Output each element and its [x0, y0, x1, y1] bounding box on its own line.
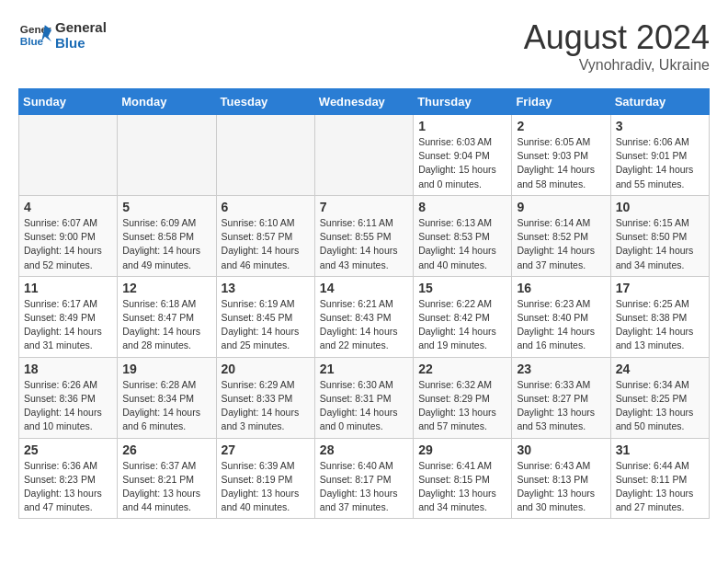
day-info: Sunrise: 6:22 AM Sunset: 8:42 PM Dayligh…: [418, 297, 506, 353]
weekday-header: Thursday: [414, 89, 512, 115]
calendar-cell: [19, 115, 118, 196]
day-number: 4: [24, 200, 112, 214]
calendar-cell: 8Sunrise: 6:13 AM Sunset: 8:53 PM Daylig…: [414, 195, 512, 276]
day-info: Sunrise: 6:40 AM Sunset: 8:17 PM Dayligh…: [320, 459, 408, 515]
calendar-week-row: 1Sunrise: 6:03 AM Sunset: 9:04 PM Daylig…: [19, 115, 710, 196]
day-number: 18: [24, 362, 112, 376]
day-number: 23: [517, 362, 605, 376]
title-block: August 2024 Vynohradiv, Ukraine: [524, 18, 710, 74]
calendar-cell: 6Sunrise: 6:10 AM Sunset: 8:57 PM Daylig…: [216, 195, 314, 276]
day-info: Sunrise: 6:43 AM Sunset: 8:13 PM Dayligh…: [517, 459, 605, 515]
day-number: 3: [616, 119, 704, 133]
day-info: Sunrise: 6:11 AM Sunset: 8:55 PM Dayligh…: [320, 216, 408, 272]
day-number: 25: [24, 442, 112, 457]
weekday-header: Saturday: [610, 89, 709, 115]
day-number: 10: [616, 200, 704, 214]
day-info: Sunrise: 6:13 AM Sunset: 8:53 PM Dayligh…: [418, 216, 506, 272]
day-info: Sunrise: 6:18 AM Sunset: 8:47 PM Dayligh…: [122, 297, 210, 353]
day-number: 28: [320, 442, 408, 457]
calendar-cell: 12Sunrise: 6:18 AM Sunset: 8:47 PM Dayli…: [118, 276, 216, 357]
calendar-cell: 15Sunrise: 6:22 AM Sunset: 8:42 PM Dayli…: [414, 276, 512, 357]
calendar-cell: 23Sunrise: 6:33 AM Sunset: 8:27 PM Dayli…: [512, 357, 610, 438]
month-title: August 2024: [524, 18, 710, 57]
calendar-cell: 7Sunrise: 6:11 AM Sunset: 8:55 PM Daylig…: [314, 195, 413, 276]
day-number: 19: [122, 362, 210, 376]
calendar-cell: 2Sunrise: 6:05 AM Sunset: 9:03 PM Daylig…: [512, 115, 610, 196]
calendar-cell: 31Sunrise: 6:44 AM Sunset: 8:11 PM Dayli…: [610, 438, 709, 519]
calendar-cell: 10Sunrise: 6:15 AM Sunset: 8:50 PM Dayli…: [610, 195, 709, 276]
day-number: 13: [222, 281, 310, 295]
day-number: 21: [320, 362, 408, 376]
day-number: 29: [418, 442, 506, 457]
calendar-cell: [118, 115, 216, 196]
calendar-cell: 24Sunrise: 6:34 AM Sunset: 8:25 PM Dayli…: [610, 357, 709, 438]
weekday-header-row: SundayMondayTuesdayWednesdayThursdayFrid…: [19, 89, 710, 115]
weekday-header: Wednesday: [314, 89, 413, 115]
calendar-cell: [216, 115, 314, 196]
calendar-cell: 30Sunrise: 6:43 AM Sunset: 8:13 PM Dayli…: [512, 438, 610, 519]
day-info: Sunrise: 6:41 AM Sunset: 8:15 PM Dayligh…: [418, 459, 506, 515]
calendar-cell: [314, 115, 413, 196]
calendar-cell: 25Sunrise: 6:36 AM Sunset: 8:23 PM Dayli…: [19, 438, 118, 519]
day-info: Sunrise: 6:44 AM Sunset: 8:11 PM Dayligh…: [616, 459, 704, 515]
day-info: Sunrise: 6:06 AM Sunset: 9:01 PM Dayligh…: [616, 135, 704, 191]
day-number: 22: [418, 362, 506, 376]
calendar-cell: 28Sunrise: 6:40 AM Sunset: 8:17 PM Dayli…: [314, 438, 413, 519]
calendar-cell: 20Sunrise: 6:29 AM Sunset: 8:33 PM Dayli…: [216, 357, 314, 438]
day-info: Sunrise: 6:37 AM Sunset: 8:21 PM Dayligh…: [122, 459, 210, 515]
day-number: 16: [517, 281, 605, 295]
calendar-cell: 18Sunrise: 6:26 AM Sunset: 8:36 PM Dayli…: [19, 357, 118, 438]
day-info: Sunrise: 6:29 AM Sunset: 8:33 PM Dayligh…: [222, 378, 310, 434]
day-info: Sunrise: 6:25 AM Sunset: 8:38 PM Dayligh…: [616, 297, 704, 353]
day-number: 8: [418, 200, 506, 214]
calendar-cell: 14Sunrise: 6:21 AM Sunset: 8:43 PM Dayli…: [314, 276, 413, 357]
logo-blue: Blue: [55, 35, 107, 51]
weekday-header: Sunday: [19, 89, 118, 115]
calendar-cell: 26Sunrise: 6:37 AM Sunset: 8:21 PM Dayli…: [118, 438, 216, 519]
calendar-cell: 11Sunrise: 6:17 AM Sunset: 8:49 PM Dayli…: [19, 276, 118, 357]
day-info: Sunrise: 6:30 AM Sunset: 8:31 PM Dayligh…: [320, 378, 408, 434]
calendar-cell: 3Sunrise: 6:06 AM Sunset: 9:01 PM Daylig…: [610, 115, 709, 196]
day-info: Sunrise: 6:07 AM Sunset: 9:00 PM Dayligh…: [24, 216, 112, 272]
calendar-table: SundayMondayTuesdayWednesdayThursdayFrid…: [18, 88, 710, 519]
calendar-cell: 29Sunrise: 6:41 AM Sunset: 8:15 PM Dayli…: [414, 438, 512, 519]
day-info: Sunrise: 6:10 AM Sunset: 8:57 PM Dayligh…: [222, 216, 310, 272]
day-info: Sunrise: 6:15 AM Sunset: 8:50 PM Dayligh…: [616, 216, 704, 272]
day-info: Sunrise: 6:28 AM Sunset: 8:34 PM Dayligh…: [122, 378, 210, 434]
day-info: Sunrise: 6:23 AM Sunset: 8:40 PM Dayligh…: [517, 297, 605, 353]
calendar-cell: 17Sunrise: 6:25 AM Sunset: 8:38 PM Dayli…: [610, 276, 709, 357]
day-info: Sunrise: 6:32 AM Sunset: 8:29 PM Dayligh…: [418, 378, 506, 434]
day-info: Sunrise: 6:03 AM Sunset: 9:04 PM Dayligh…: [418, 135, 506, 191]
calendar-week-row: 18Sunrise: 6:26 AM Sunset: 8:36 PM Dayli…: [19, 357, 710, 438]
day-info: Sunrise: 6:26 AM Sunset: 8:36 PM Dayligh…: [24, 378, 112, 434]
day-number: 20: [222, 362, 310, 376]
day-number: 11: [24, 281, 112, 295]
page-header: General Blue General Blue August 2024 Vy…: [18, 18, 710, 74]
day-info: Sunrise: 6:34 AM Sunset: 8:25 PM Dayligh…: [616, 378, 704, 434]
weekday-header: Friday: [512, 89, 610, 115]
day-info: Sunrise: 6:05 AM Sunset: 9:03 PM Dayligh…: [517, 135, 605, 191]
calendar-cell: 4Sunrise: 6:07 AM Sunset: 9:00 PM Daylig…: [19, 195, 118, 276]
weekday-header: Monday: [118, 89, 216, 115]
day-info: Sunrise: 6:09 AM Sunset: 8:58 PM Dayligh…: [122, 216, 210, 272]
logo-general: General: [55, 19, 107, 35]
day-number: 2: [517, 119, 605, 133]
calendar-cell: 1Sunrise: 6:03 AM Sunset: 9:04 PM Daylig…: [414, 115, 512, 196]
calendar-cell: 27Sunrise: 6:39 AM Sunset: 8:19 PM Dayli…: [216, 438, 314, 519]
day-number: 24: [616, 362, 704, 376]
day-info: Sunrise: 6:19 AM Sunset: 8:45 PM Dayligh…: [222, 297, 310, 353]
day-number: 7: [320, 200, 408, 214]
day-info: Sunrise: 6:21 AM Sunset: 8:43 PM Dayligh…: [320, 297, 408, 353]
calendar-cell: 21Sunrise: 6:30 AM Sunset: 8:31 PM Dayli…: [314, 357, 413, 438]
day-number: 12: [122, 281, 210, 295]
calendar-week-row: 25Sunrise: 6:36 AM Sunset: 8:23 PM Dayli…: [19, 438, 710, 519]
weekday-header: Tuesday: [216, 89, 314, 115]
day-number: 31: [616, 442, 704, 457]
day-number: 26: [122, 442, 210, 457]
location-subtitle: Vynohradiv, Ukraine: [524, 57, 710, 74]
calendar-cell: 19Sunrise: 6:28 AM Sunset: 8:34 PM Dayli…: [118, 357, 216, 438]
day-number: 14: [320, 281, 408, 295]
calendar-cell: 5Sunrise: 6:09 AM Sunset: 8:58 PM Daylig…: [118, 195, 216, 276]
calendar-cell: 9Sunrise: 6:14 AM Sunset: 8:52 PM Daylig…: [512, 195, 610, 276]
day-number: 1: [418, 119, 506, 133]
